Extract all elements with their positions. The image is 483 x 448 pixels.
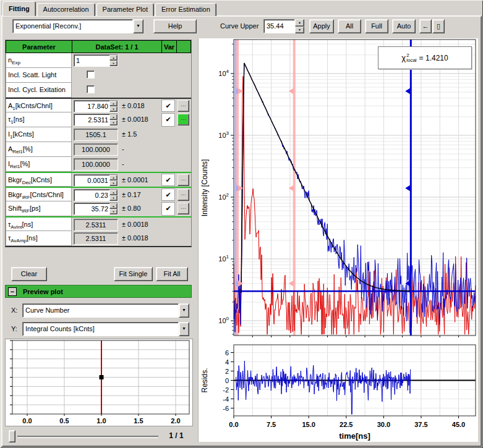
bkgrdec-input[interactable]: 0.0031▲▼	[74, 174, 118, 187]
spin-up-icon[interactable]: ▲	[109, 190, 118, 195]
param-label: A1[kCnts/Chnl]	[6, 99, 72, 112]
nexp-input[interactable]: 1▲▼	[74, 54, 118, 67]
svg-text:-6: -6	[223, 405, 229, 412]
bkgrirf-constraints-button[interactable]: ...	[177, 189, 189, 201]
model-select-value[interactable]: Exponential [Reconv.]	[12, 19, 133, 33]
param-row-a1: A1[kCnts/Chnl] 17.840▲▼ ± 0.018 ✔ ...	[6, 98, 191, 112]
shiftirf-constraints-button[interactable]: ...	[177, 203, 189, 214]
spin-down-icon[interactable]: ▼	[109, 106, 118, 112]
model-select[interactable]: Exponential [Reconv.] ▼	[12, 19, 143, 33]
apply-button[interactable]: Apply	[309, 19, 334, 33]
shiftirf-var-checkbox[interactable]: ✔	[161, 202, 175, 216]
all-button[interactable]: All	[338, 19, 361, 33]
spin-down-icon[interactable]: ▼	[109, 180, 118, 186]
help-button[interactable]: Help	[153, 19, 197, 33]
param-row-irel1: IRel1[%] 100.0000 -	[6, 157, 191, 172]
preview-x-value[interactable]: Curve Number	[22, 303, 179, 318]
curve-upper-value[interactable]: 35.44	[263, 19, 295, 33]
tab-autocorrelation[interactable]: Autocorrelation	[37, 3, 95, 16]
spin-up-icon[interactable]: ▲	[109, 203, 118, 209]
tavint-error: ± 0.0018	[119, 218, 159, 231]
tau1-error: ± 0.0018	[119, 112, 159, 127]
bkgrdec-constraints-button[interactable]: ...	[177, 174, 189, 186]
dataset-slider-handle[interactable]	[9, 430, 15, 442]
param-row-i1: I1[kCnts] 1505.1 ± 1.5	[6, 127, 191, 142]
param-row-tavint: τAvInt[ns] 2.5311 ± 0.0018	[6, 216, 191, 231]
a1-input[interactable]: 17.840▲▼	[74, 100, 118, 112]
tab-fitting[interactable]: Fitting	[2, 1, 36, 16]
spin-down-icon[interactable]: ▼	[109, 209, 118, 214]
param-label: I1[kCnts]	[6, 127, 72, 142]
tab-parameter-plot[interactable]: Parameter Plot	[96, 3, 154, 16]
checkmark-icon: ✔	[165, 176, 171, 184]
irel1-value: 100.0000	[74, 158, 118, 171]
shiftirf-input[interactable]: 35.72▲▼	[74, 203, 118, 215]
preview-x-select[interactable]: Curve Number ▼	[22, 303, 189, 318]
curve-upper-spinner[interactable]: 35.44 ▲ ▼	[263, 19, 304, 33]
param-row-scatt: Incl. Scatt. Light	[6, 68, 191, 83]
fluofit-window: Fitting Autocorrelation Parameter Plot E…	[0, 0, 483, 448]
tavint-value: 2.5311	[74, 219, 118, 231]
svg-text:100: 100	[218, 316, 229, 324]
back-arrow-icon[interactable]: ←	[419, 19, 432, 33]
tab-bar: Fitting Autocorrelation Parameter Plot E…	[2, 1, 218, 16]
spin-up-icon[interactable]: ▲	[109, 175, 118, 180]
tau1-var-checkbox[interactable]: ✔	[161, 113, 175, 127]
param-row-arel1: ARel1[%] 100.0000 -	[6, 142, 191, 157]
chi-subscript: local	[406, 58, 416, 63]
tau1-input[interactable]: 2.5311▲▼	[74, 114, 118, 126]
preview-plot: 0.00.51.01.52.0	[6, 339, 192, 426]
tab-error-estimation[interactable]: Error Estimation	[155, 3, 216, 16]
svg-text:-4: -4	[223, 395, 229, 403]
a1-constraints-button[interactable]: ...	[177, 100, 189, 112]
plot-panel: 100101102103104Intensity [Counts]6420-2-…	[198, 38, 478, 442]
fit-all-button[interactable]: Fit All	[156, 267, 188, 281]
i1-error: ± 1.5	[119, 127, 159, 142]
arel1-error: -	[119, 142, 159, 157]
tau1-constraints-button[interactable]: ...	[177, 114, 189, 125]
param-row-shiftirf: ShiftIRF[ps] 35.72▲▼ ± 0.80 ✔ ...	[6, 201, 191, 216]
chevron-down-icon[interactable]: ▼	[179, 303, 189, 318]
spin-down-icon[interactable]: ▼	[109, 61, 118, 66]
header-var: Var	[161, 40, 176, 53]
dataset-slider-track[interactable]	[17, 436, 158, 438]
chevron-down-icon[interactable]: ▼	[133, 19, 143, 33]
spin-down-icon[interactable]: ▼	[109, 195, 118, 201]
spin-up-icon[interactable]: ▲	[109, 55, 118, 61]
bkgrirf-input[interactable]: 0.23▲▼	[74, 189, 118, 201]
arel1-value: 100.0000	[74, 143, 118, 156]
restore-window-icon[interactable]: ▯	[432, 19, 445, 33]
svg-text:103: 103	[218, 130, 229, 139]
param-label: τ1[ns]	[6, 112, 72, 127]
preview-y-label: Y:	[11, 325, 17, 332]
bkgrirf-var-checkbox[interactable]: ✔	[161, 188, 175, 201]
spin-up-icon[interactable]: ▲	[295, 19, 304, 27]
preview-y-value[interactable]: Integral Counts [kCnts]	[22, 322, 179, 336]
auto-button[interactable]: Auto	[392, 19, 416, 33]
preview-y-select[interactable]: Integral Counts [kCnts] ▼	[22, 322, 189, 336]
svg-text:2.0: 2.0	[171, 417, 180, 425]
svg-text:101: 101	[218, 254, 229, 263]
spin-down-icon[interactable]: ▼	[109, 120, 118, 125]
svg-text:30.0: 30.0	[377, 421, 390, 428]
collapse-icon[interactable]: −	[8, 287, 17, 296]
a1-var-checkbox[interactable]: ✔	[161, 99, 175, 112]
spin-down-icon[interactable]: ▼	[295, 27, 304, 34]
spin-up-icon[interactable]: ▲	[109, 101, 118, 106]
decay-plot[interactable]: 100101102103104Intensity [Counts]6420-2-…	[199, 38, 479, 441]
incl-scatt-checkbox[interactable]	[87, 70, 95, 78]
dataset-pager: 1 / 1	[162, 431, 190, 440]
clear-button[interactable]: Clear	[11, 267, 47, 281]
fit-single-button[interactable]: Fit Single	[114, 267, 153, 281]
svg-text:104: 104	[218, 69, 229, 77]
bkgrirf-error: ± 0.17	[119, 188, 159, 201]
param-row-bkgrirf: BkgrIRF[Cnts/Chnl] 0.23▲▼ ± 0.17 ✔ ...	[6, 187, 191, 201]
chevron-down-icon[interactable]: ▼	[179, 322, 189, 336]
full-button[interactable]: Full	[365, 19, 388, 33]
bkgrdec-var-checkbox[interactable]: ✔	[161, 174, 175, 186]
svg-text:22.5: 22.5	[340, 421, 353, 428]
header-dataset: DataSet: 1 / 1	[72, 40, 161, 53]
chi-symbol: χ	[401, 53, 406, 62]
spin-up-icon[interactable]: ▲	[109, 114, 118, 120]
incl-cycl-checkbox[interactable]	[87, 85, 95, 93]
